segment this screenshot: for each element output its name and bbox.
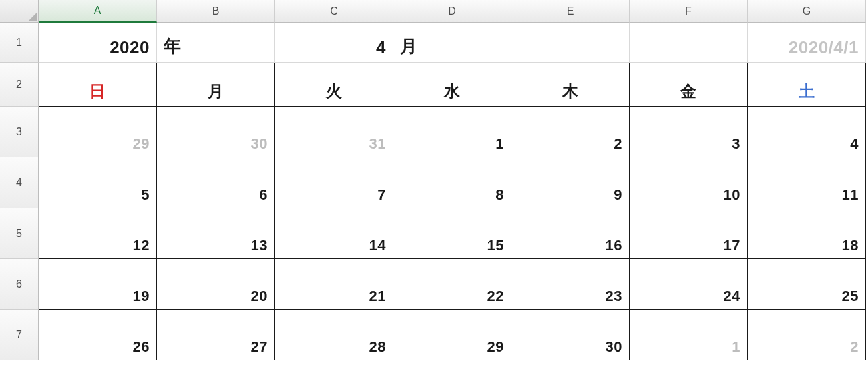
col-header-A[interactable]: A bbox=[39, 0, 157, 23]
col-header-E[interactable]: E bbox=[511, 0, 630, 23]
cal-cell[interactable]: 6 bbox=[157, 157, 275, 208]
cell-A1-year[interactable]: 2020 bbox=[39, 23, 157, 63]
cal-cell[interactable]: 2 bbox=[748, 310, 866, 360]
cell-dow-fri[interactable]: 金 bbox=[630, 63, 748, 107]
cal-cell[interactable]: 15 bbox=[393, 208, 511, 259]
cell-G1-date[interactable]: 2020/4/1 bbox=[748, 23, 866, 63]
cal-cell[interactable]: 25 bbox=[748, 259, 866, 310]
cal-cell[interactable]: 16 bbox=[511, 208, 630, 259]
cal-cell[interactable]: 4 bbox=[748, 107, 866, 157]
row-header-6[interactable]: 6 bbox=[0, 259, 39, 310]
cal-cell[interactable]: 29 bbox=[39, 107, 157, 157]
cal-cell[interactable]: 31 bbox=[275, 107, 393, 157]
cal-cell[interactable]: 29 bbox=[393, 310, 511, 360]
cal-cell[interactable]: 7 bbox=[275, 157, 393, 208]
col-header-B[interactable]: B bbox=[157, 0, 275, 23]
cal-cell[interactable]: 14 bbox=[275, 208, 393, 259]
cal-cell[interactable]: 24 bbox=[630, 259, 748, 310]
cal-cell[interactable]: 17 bbox=[630, 208, 748, 259]
row-header-2[interactable]: 2 bbox=[0, 63, 39, 107]
cell-C1-month[interactable]: 4 bbox=[275, 23, 393, 63]
col-header-G[interactable]: G bbox=[748, 0, 866, 23]
row-header-5[interactable]: 5 bbox=[0, 208, 39, 259]
row-header-1[interactable]: 1 bbox=[0, 23, 39, 63]
cal-cell[interactable]: 20 bbox=[157, 259, 275, 310]
row-header-4[interactable]: 4 bbox=[0, 157, 39, 208]
row-header-7[interactable]: 7 bbox=[0, 310, 39, 360]
cal-cell[interactable]: 1 bbox=[630, 310, 748, 360]
cell-dow-sat[interactable]: 土 bbox=[748, 63, 866, 107]
cal-cell[interactable]: 9 bbox=[511, 157, 630, 208]
cell-F1[interactable] bbox=[630, 23, 748, 63]
spreadsheet-grid[interactable]: A B C D E F G 1 2020 年 4 月 2020/4/1 2 日 … bbox=[0, 0, 868, 360]
cal-cell[interactable]: 11 bbox=[748, 157, 866, 208]
cal-cell[interactable]: 8 bbox=[393, 157, 511, 208]
cell-dow-mon[interactable]: 月 bbox=[157, 63, 275, 107]
cal-cell[interactable]: 3 bbox=[630, 107, 748, 157]
cal-cell[interactable]: 19 bbox=[39, 259, 157, 310]
cal-cell[interactable]: 23 bbox=[511, 259, 630, 310]
cell-B1-year-label[interactable]: 年 bbox=[157, 23, 275, 63]
row-header-3[interactable]: 3 bbox=[0, 107, 39, 157]
cell-D1-month-label[interactable]: 月 bbox=[393, 23, 511, 63]
cell-dow-sun[interactable]: 日 bbox=[39, 63, 157, 107]
select-all-corner[interactable] bbox=[0, 0, 39, 23]
col-header-C[interactable]: C bbox=[275, 0, 393, 23]
col-header-D[interactable]: D bbox=[393, 0, 511, 23]
cell-dow-thu[interactable]: 木 bbox=[511, 63, 630, 107]
cal-cell[interactable]: 21 bbox=[275, 259, 393, 310]
cell-dow-tue[interactable]: 火 bbox=[275, 63, 393, 107]
cal-cell[interactable]: 10 bbox=[630, 157, 748, 208]
cal-cell[interactable]: 2 bbox=[511, 107, 630, 157]
cal-cell[interactable]: 12 bbox=[39, 208, 157, 259]
cal-cell[interactable]: 30 bbox=[157, 107, 275, 157]
cal-cell[interactable]: 22 bbox=[393, 259, 511, 310]
cal-cell[interactable]: 18 bbox=[748, 208, 866, 259]
cal-cell[interactable]: 1 bbox=[393, 107, 511, 157]
cal-cell[interactable]: 27 bbox=[157, 310, 275, 360]
cal-cell[interactable]: 30 bbox=[511, 310, 630, 360]
cell-dow-wed[interactable]: 水 bbox=[393, 63, 511, 107]
cal-cell[interactable]: 26 bbox=[39, 310, 157, 360]
cell-E1[interactable] bbox=[511, 23, 630, 63]
cal-cell[interactable]: 28 bbox=[275, 310, 393, 360]
cal-cell[interactable]: 13 bbox=[157, 208, 275, 259]
col-header-F[interactable]: F bbox=[630, 0, 748, 23]
cal-cell[interactable]: 5 bbox=[39, 157, 157, 208]
